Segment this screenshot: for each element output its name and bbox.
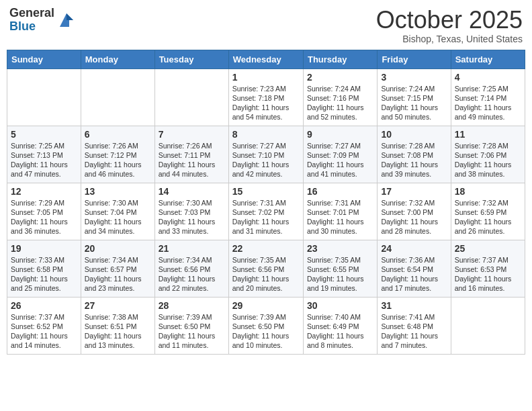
calendar-cell: 12Sunrise: 7:29 AM Sunset: 7:05 PM Dayli… xyxy=(7,183,81,240)
month-title: October 2025 xyxy=(376,7,523,34)
calendar-cell: 15Sunrise: 7:31 AM Sunset: 7:02 PM Dayli… xyxy=(228,183,303,240)
calendar-header-row: SundayMondayTuesdayWednesdayThursdayFrid… xyxy=(7,50,525,68)
day-number: 26 xyxy=(11,300,77,311)
day-info: Sunrise: 7:31 AM Sunset: 7:02 PM Dayligh… xyxy=(232,198,300,236)
calendar-cell: 22Sunrise: 7:35 AM Sunset: 6:56 PM Dayli… xyxy=(228,240,303,297)
day-number: 24 xyxy=(381,243,447,254)
week-row-1: 1Sunrise: 7:23 AM Sunset: 7:18 PM Daylig… xyxy=(7,68,525,126)
calendar-cell: 31Sunrise: 7:41 AM Sunset: 6:48 PM Dayli… xyxy=(378,297,451,354)
calendar-cell xyxy=(7,68,81,126)
week-row-2: 5Sunrise: 7:25 AM Sunset: 7:13 PM Daylig… xyxy=(7,126,525,183)
day-info: Sunrise: 7:23 AM Sunset: 7:18 PM Dayligh… xyxy=(232,84,300,122)
calendar-cell: 23Sunrise: 7:35 AM Sunset: 6:55 PM Dayli… xyxy=(303,240,377,297)
day-number: 2 xyxy=(307,72,373,83)
day-number: 16 xyxy=(307,186,373,197)
day-info: Sunrise: 7:35 AM Sunset: 6:56 PM Dayligh… xyxy=(232,255,300,293)
day-number: 3 xyxy=(381,72,447,83)
day-number: 30 xyxy=(307,300,373,311)
logo-blue-text: Blue xyxy=(9,20,54,34)
day-info: Sunrise: 7:24 AM Sunset: 7:16 PM Dayligh… xyxy=(307,84,373,122)
location-text: Bishop, Texas, United States xyxy=(376,34,523,44)
day-header-sunday: Sunday xyxy=(7,50,81,68)
day-info: Sunrise: 7:37 AM Sunset: 6:52 PM Dayligh… xyxy=(11,312,77,351)
day-info: Sunrise: 7:33 AM Sunset: 6:58 PM Dayligh… xyxy=(11,255,77,293)
day-number: 8 xyxy=(232,129,300,140)
calendar-cell: 25Sunrise: 7:37 AM Sunset: 6:53 PM Dayli… xyxy=(451,240,525,297)
day-header-thursday: Thursday xyxy=(303,50,377,68)
calendar-cell: 20Sunrise: 7:34 AM Sunset: 6:57 PM Dayli… xyxy=(81,240,154,297)
day-info: Sunrise: 7:25 AM Sunset: 7:14 PM Dayligh… xyxy=(455,84,521,122)
calendar-cell: 5Sunrise: 7:25 AM Sunset: 7:13 PM Daylig… xyxy=(7,126,81,183)
day-info: Sunrise: 7:36 AM Sunset: 6:54 PM Dayligh… xyxy=(381,255,447,293)
day-info: Sunrise: 7:39 AM Sunset: 6:50 PM Dayligh… xyxy=(232,312,300,351)
day-number: 31 xyxy=(381,300,447,311)
day-number: 22 xyxy=(232,243,300,254)
day-number: 29 xyxy=(232,300,300,311)
svg-marker-1 xyxy=(66,13,73,20)
day-info: Sunrise: 7:32 AM Sunset: 7:00 PM Dayligh… xyxy=(381,198,447,236)
day-info: Sunrise: 7:29 AM Sunset: 7:05 PM Dayligh… xyxy=(11,198,77,236)
day-info: Sunrise: 7:28 AM Sunset: 7:06 PM Dayligh… xyxy=(455,141,521,179)
day-header-tuesday: Tuesday xyxy=(154,50,228,68)
calendar-cell xyxy=(81,68,154,126)
calendar-cell xyxy=(154,68,228,126)
calendar-cell: 7Sunrise: 7:26 AM Sunset: 7:11 PM Daylig… xyxy=(154,126,228,183)
calendar-cell: 3Sunrise: 7:24 AM Sunset: 7:15 PM Daylig… xyxy=(378,68,451,126)
calendar-cell: 21Sunrise: 7:34 AM Sunset: 6:56 PM Dayli… xyxy=(154,240,228,297)
day-info: Sunrise: 7:26 AM Sunset: 7:12 PM Dayligh… xyxy=(85,141,151,179)
calendar-cell: 18Sunrise: 7:32 AM Sunset: 6:59 PM Dayli… xyxy=(451,183,525,240)
calendar-cell: 6Sunrise: 7:26 AM Sunset: 7:12 PM Daylig… xyxy=(81,126,154,183)
calendar-cell: 9Sunrise: 7:27 AM Sunset: 7:09 PM Daylig… xyxy=(303,126,377,183)
calendar-cell: 14Sunrise: 7:30 AM Sunset: 7:03 PM Dayli… xyxy=(154,183,228,240)
day-number: 23 xyxy=(307,243,373,254)
calendar-cell: 1Sunrise: 7:23 AM Sunset: 7:18 PM Daylig… xyxy=(228,68,303,126)
day-info: Sunrise: 7:24 AM Sunset: 7:15 PM Dayligh… xyxy=(381,84,447,122)
day-info: Sunrise: 7:38 AM Sunset: 6:51 PM Dayligh… xyxy=(85,312,151,351)
title-block: October 2025 Bishop, Texas, United State… xyxy=(376,7,523,44)
calendar-cell: 28Sunrise: 7:39 AM Sunset: 6:50 PM Dayli… xyxy=(154,297,228,354)
logo-general-text: General xyxy=(9,7,54,20)
week-row-3: 12Sunrise: 7:29 AM Sunset: 7:05 PM Dayli… xyxy=(7,183,525,240)
calendar-cell: 30Sunrise: 7:40 AM Sunset: 6:49 PM Dayli… xyxy=(303,297,377,354)
day-number: 6 xyxy=(85,129,151,140)
day-info: Sunrise: 7:30 AM Sunset: 7:03 PM Dayligh… xyxy=(159,198,225,236)
calendar-cell: 17Sunrise: 7:32 AM Sunset: 7:00 PM Dayli… xyxy=(378,183,451,240)
day-header-friday: Friday xyxy=(378,50,451,68)
day-number: 27 xyxy=(85,300,151,311)
calendar-cell: 11Sunrise: 7:28 AM Sunset: 7:06 PM Dayli… xyxy=(451,126,525,183)
day-info: Sunrise: 7:28 AM Sunset: 7:08 PM Dayligh… xyxy=(381,141,447,179)
day-number: 12 xyxy=(11,186,77,197)
day-info: Sunrise: 7:41 AM Sunset: 6:48 PM Dayligh… xyxy=(381,312,447,351)
day-number: 20 xyxy=(85,243,151,254)
day-number: 17 xyxy=(381,186,447,197)
page-header: General Blue October 2025 Bishop, Texas,… xyxy=(7,7,525,44)
day-number: 9 xyxy=(307,129,373,140)
day-info: Sunrise: 7:32 AM Sunset: 6:59 PM Dayligh… xyxy=(455,198,521,236)
day-number: 28 xyxy=(159,300,225,311)
day-info: Sunrise: 7:34 AM Sunset: 6:57 PM Dayligh… xyxy=(85,255,151,293)
calendar-cell xyxy=(451,297,525,354)
day-number: 7 xyxy=(159,129,225,140)
day-info: Sunrise: 7:40 AM Sunset: 6:49 PM Dayligh… xyxy=(307,312,373,351)
logo-icon xyxy=(57,11,76,30)
day-info: Sunrise: 7:25 AM Sunset: 7:13 PM Dayligh… xyxy=(11,141,77,179)
day-number: 13 xyxy=(85,186,151,197)
calendar-cell: 16Sunrise: 7:31 AM Sunset: 7:01 PM Dayli… xyxy=(303,183,377,240)
calendar-cell: 2Sunrise: 7:24 AM Sunset: 7:16 PM Daylig… xyxy=(303,68,377,126)
day-number: 14 xyxy=(159,186,225,197)
day-info: Sunrise: 7:37 AM Sunset: 6:53 PM Dayligh… xyxy=(455,255,521,293)
day-header-monday: Monday xyxy=(81,50,154,68)
week-row-5: 26Sunrise: 7:37 AM Sunset: 6:52 PM Dayli… xyxy=(7,297,525,354)
day-number: 21 xyxy=(159,243,225,254)
day-header-wednesday: Wednesday xyxy=(228,50,303,68)
day-info: Sunrise: 7:27 AM Sunset: 7:10 PM Dayligh… xyxy=(232,141,300,179)
calendar-cell: 29Sunrise: 7:39 AM Sunset: 6:50 PM Dayli… xyxy=(228,297,303,354)
day-number: 18 xyxy=(455,186,521,197)
logo: General Blue xyxy=(9,7,76,34)
day-number: 10 xyxy=(381,129,447,140)
calendar-cell: 19Sunrise: 7:33 AM Sunset: 6:58 PM Dayli… xyxy=(7,240,81,297)
calendar-cell: 10Sunrise: 7:28 AM Sunset: 7:08 PM Dayli… xyxy=(378,126,451,183)
day-number: 5 xyxy=(11,129,77,140)
calendar-table: SundayMondayTuesdayWednesdayThursdayFrid… xyxy=(7,50,525,355)
day-number: 11 xyxy=(455,129,521,140)
